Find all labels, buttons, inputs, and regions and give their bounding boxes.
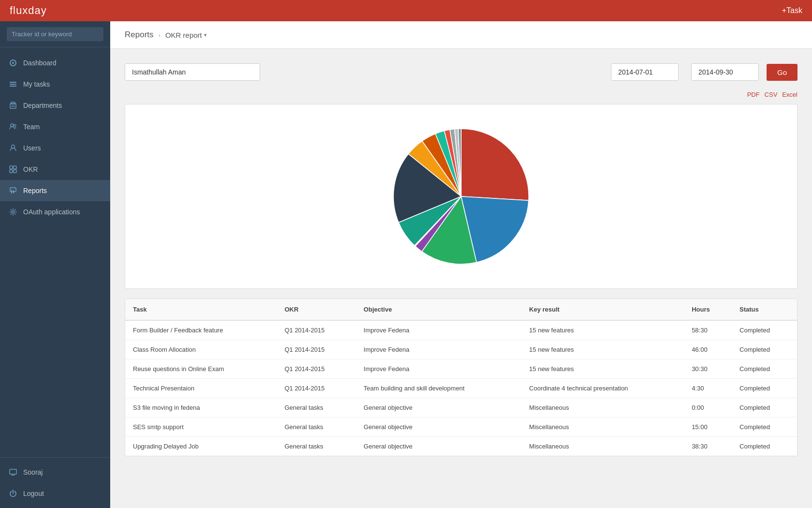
cell-okr: Q1 2014-2015 — [277, 359, 356, 379]
grid-icon — [9, 165, 17, 174]
table-header-row: Task OKR Objective Key result Hours Stat… — [125, 299, 797, 320]
cell-objective: Improve Fedena — [356, 340, 521, 359]
sidebar-item-label: Departments — [23, 102, 62, 109]
date-to-input[interactable] — [691, 63, 759, 81]
cell-task: Class Room Allocation — [125, 340, 277, 359]
table-row: Class Room AllocationQ1 2014-2015Improve… — [125, 340, 797, 359]
circle-icon — [9, 59, 17, 67]
sidebar-item-oauth[interactable]: OAuth applications — [0, 201, 110, 223]
cell-status: Completed — [732, 398, 797, 418]
topbar: fluxday +Task — [0, 0, 812, 21]
sidebar-item-my-tasks[interactable]: My tasks — [0, 74, 110, 95]
sidebar-item-label: Logout — [23, 490, 44, 497]
cell-okr: Q1 2014-2015 — [277, 320, 356, 340]
chart-card — [125, 104, 798, 289]
monitor-icon — [9, 468, 17, 477]
svg-rect-6 — [12, 105, 13, 107]
power-icon — [9, 489, 17, 498]
cell-status: Completed — [732, 320, 797, 340]
cell-task: Form Builder / Feedback feature — [125, 320, 277, 340]
sidebar-item-team[interactable]: Team — [0, 116, 110, 137]
table-row: S3 file moving in fedenaGeneral tasksGen… — [125, 398, 797, 418]
sidebar-search-container — [0, 21, 110, 47]
cell-task: S3 file moving in fedena — [125, 398, 277, 418]
sidebar-nav: Dashboard My tasks — [0, 47, 110, 457]
svg-rect-2 — [10, 82, 16, 83]
col-hours: Hours — [684, 299, 732, 320]
report-table: Task OKR Objective Key result Hours Stat… — [125, 299, 797, 456]
svg-rect-7 — [14, 105, 14, 107]
cell-hours: 46:00 — [684, 340, 732, 359]
cell-objective: General objective — [356, 437, 521, 456]
sidebar-bottom: Sooraj Logout — [0, 457, 110, 508]
sidebar-item-label: Dashboard — [23, 59, 57, 67]
main-layout: Dashboard My tasks — [0, 21, 812, 508]
cell-objective: Improve Fedena — [356, 359, 521, 379]
cell-key_result: Miscellaneous — [522, 437, 684, 456]
table-row: Upgrading Delayed JobGeneral tasksGenera… — [125, 437, 797, 456]
table-body: Form Builder / Feedback featureQ1 2014-2… — [125, 320, 797, 456]
chevron-down-icon: ▾ — [204, 32, 207, 38]
cell-objective: Team building and skill development — [356, 379, 521, 398]
sidebar-item-label: Sooraj — [23, 468, 43, 476]
cell-key_result: Miscellaneous — [522, 398, 684, 418]
sidebar-item-dashboard[interactable]: Dashboard — [0, 52, 110, 74]
cell-task: Reuse questions in Online Exam — [125, 359, 277, 379]
col-okr: OKR — [277, 299, 356, 320]
cell-task: Technical Presentaion — [125, 379, 277, 398]
go-button[interactable]: Go — [767, 64, 798, 81]
sidebar-item-reports[interactable]: Reports — [0, 180, 110, 201]
sidebar-item-label: Team — [23, 123, 40, 131]
col-objective: Objective — [356, 299, 521, 320]
sidebar-item-label: OAuth applications — [23, 208, 80, 216]
sidebar-item-okr[interactable]: OKR — [0, 159, 110, 180]
cell-key_result: Miscellaneous — [522, 418, 684, 437]
svg-rect-4 — [10, 86, 16, 87]
search-input[interactable] — [7, 27, 103, 41]
cell-hours: 58:30 — [684, 320, 732, 340]
cell-task: Upgrading Delayed Job — [125, 437, 277, 456]
gear-icon — [9, 208, 17, 216]
cell-objective: General objective — [356, 418, 521, 437]
add-task-button[interactable]: +Task — [782, 6, 802, 15]
cell-okr: General tasks — [277, 418, 356, 437]
table-row: Reuse questions in Online ExamQ1 2014-20… — [125, 359, 797, 379]
sidebar-item-departments[interactable]: Departments — [0, 95, 110, 116]
table-row: Form Builder / Feedback featureQ1 2014-2… — [125, 320, 797, 340]
breadcrumb-current[interactable]: OKR report ▾ — [165, 31, 207, 39]
export-excel-link[interactable]: Excel — [782, 91, 798, 98]
svg-rect-3 — [10, 84, 16, 85]
date-from-input[interactable] — [611, 63, 679, 81]
svg-point-19 — [12, 211, 14, 213]
cell-hours: 0:00 — [684, 398, 732, 418]
cell-key_result: 15 new features — [522, 340, 684, 359]
sidebar: Dashboard My tasks — [0, 21, 110, 508]
svg-point-9 — [11, 124, 14, 127]
breadcrumb-root[interactable]: Reports — [125, 30, 154, 40]
svg-point-1 — [12, 62, 14, 64]
sidebar-item-users[interactable]: Users — [0, 137, 110, 159]
col-key-result: Key result — [522, 299, 684, 320]
sidebar-item-logout[interactable]: Logout — [0, 483, 110, 504]
col-task: Task — [125, 299, 277, 320]
cell-okr: General tasks — [277, 398, 356, 418]
flag-icon — [9, 186, 17, 195]
sidebar-item-label: My tasks — [23, 80, 50, 88]
users-icon — [9, 122, 17, 131]
cell-okr: General tasks — [277, 437, 356, 456]
cell-key_result: 15 new features — [522, 320, 684, 340]
cell-hours: 4:30 — [684, 379, 732, 398]
export-pdf-link[interactable]: PDF — [747, 91, 760, 98]
export-csv-link[interactable]: CSV — [765, 91, 778, 98]
sidebar-item-sooraj[interactable]: Sooraj — [0, 462, 110, 483]
cell-status: Completed — [732, 418, 797, 437]
cell-status: Completed — [732, 437, 797, 456]
user-filter-input[interactable] — [125, 63, 260, 81]
pie-segment-0 — [461, 129, 529, 200]
sidebar-item-label: Users — [23, 144, 41, 152]
cell-okr: Q1 2014-2015 — [277, 340, 356, 359]
svg-rect-18 — [13, 190, 14, 194]
svg-rect-15 — [14, 170, 16, 173]
filter-row: Go — [125, 63, 798, 81]
cell-okr: Q1 2014-2015 — [277, 379, 356, 398]
